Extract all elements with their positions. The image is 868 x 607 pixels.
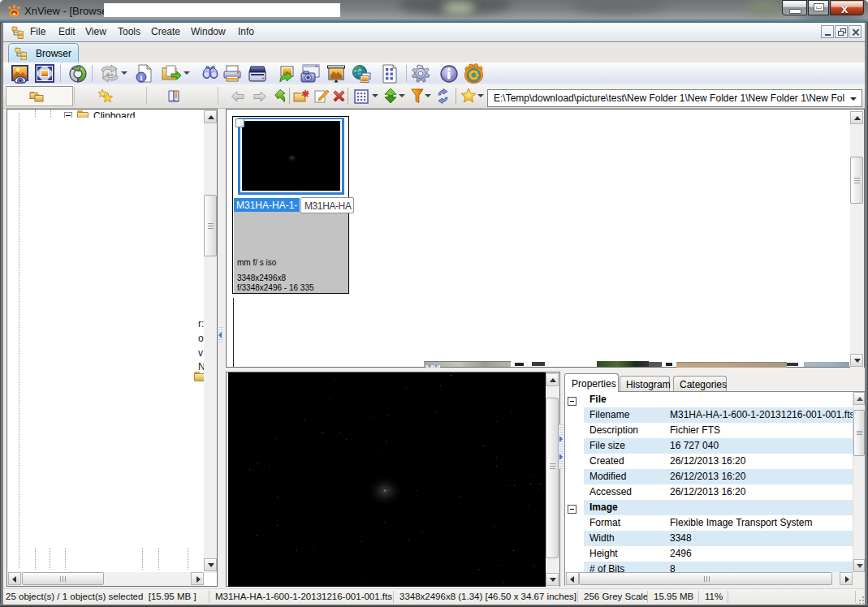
svg-text:i: i xyxy=(140,73,143,82)
